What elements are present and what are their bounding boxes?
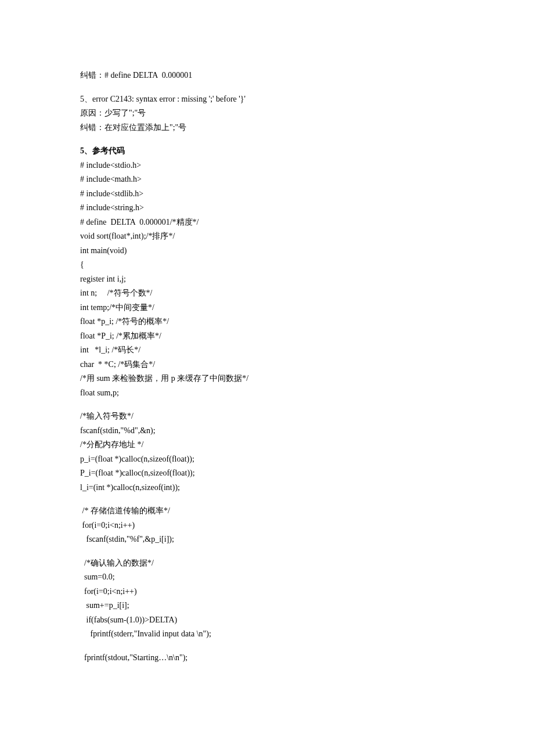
code-block-4: /*确认输入的数据*/ sum=0.0; for(i=0;i<n;i++) su… (80, 556, 454, 642)
error-line-2: 原因：少写了";"号 (80, 109, 146, 117)
code-block-2: /*输入符号数*/ fscanf(stdin,"%d",&n); /*分配内存地… (80, 409, 454, 495)
code-block-1: # include<stdio.h> # include<math.h> # i… (80, 159, 454, 401)
document-page: 纠错：# define DELTA 0.000001 5、error C2143… (0, 0, 534, 756)
error-block: 5、error C2143: syntax error : missing ';… (80, 92, 454, 135)
code-block-5: fprintf(stdout,"Starting…\n\n"); (80, 651, 454, 665)
code-block-3: /* 存储信道传输的概率*/ for(i=0;i<n;i++) fscanf(s… (80, 504, 454, 547)
section-heading: 5、参考代码 (80, 144, 454, 159)
error-line-3: 纠错：在对应位置添加上";"号 (80, 123, 186, 132)
error-line-1: 5、error C2143: syntax error : missing ';… (80, 95, 246, 103)
correction-line-1: 纠错：# define DELTA 0.000001 (80, 69, 454, 83)
